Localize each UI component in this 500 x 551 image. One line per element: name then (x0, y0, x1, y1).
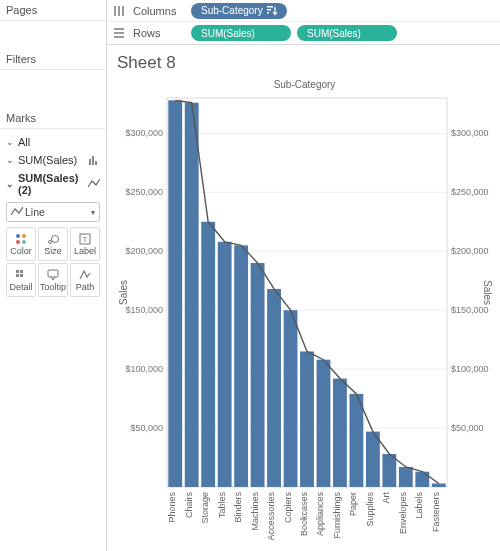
svg-rect-53 (317, 360, 331, 487)
color-icon (15, 233, 27, 245)
pages-shelf[interactable] (0, 21, 106, 49)
marks-card-path[interactable]: Path (70, 263, 100, 297)
svg-text:Sales: Sales (482, 280, 492, 305)
filters-shelf[interactable] (0, 70, 106, 108)
svg-text:$50,000: $50,000 (451, 423, 484, 433)
card-label: Path (76, 282, 95, 292)
path-icon (79, 269, 91, 281)
marks-row-label: SUM(Sales) (2) (18, 172, 84, 196)
svg-text:$300,000: $300,000 (125, 128, 163, 138)
svg-rect-1 (92, 156, 94, 165)
chart[interactable]: $50,000$50,000$100,000$100,000$150,000$1… (117, 92, 492, 547)
svg-rect-44 (168, 100, 182, 487)
svg-text:Supplies: Supplies (365, 492, 375, 527)
svg-rect-54 (333, 379, 347, 487)
chevron-down-icon: ⌄ (6, 137, 14, 147)
rows-pill-sum-sales-1[interactable]: SUM(Sales) (191, 25, 291, 41)
marks-panel-header: Marks (0, 108, 106, 129)
svg-text:Paper: Paper (348, 492, 358, 516)
card-label: Detail (9, 282, 32, 292)
marks-card-detail[interactable]: Detail (6, 263, 36, 297)
svg-text:$300,000: $300,000 (451, 128, 489, 138)
rows-pill-sum-sales-2[interactable]: SUM(Sales) (297, 25, 397, 41)
svg-rect-59 (415, 472, 429, 487)
svg-text:$250,000: $250,000 (451, 187, 489, 197)
svg-rect-13 (16, 274, 19, 277)
svg-rect-19 (267, 6, 273, 8)
svg-point-6 (22, 240, 26, 244)
sort-descending-icon (267, 6, 277, 16)
svg-rect-45 (185, 103, 199, 487)
columns-label: Columns (133, 5, 185, 17)
svg-text:Labels: Labels (414, 492, 424, 519)
svg-rect-46 (201, 222, 215, 487)
svg-rect-12 (20, 270, 23, 273)
detail-icon (15, 269, 27, 281)
rows-shelf[interactable]: Rows SUM(Sales) SUM(Sales) (107, 22, 500, 44)
mark-type-select[interactable]: Line ▾ (6, 202, 100, 222)
svg-text:$100,000: $100,000 (451, 364, 489, 374)
line-chart-icon (11, 207, 25, 217)
columns-icon (113, 5, 127, 17)
mark-type-label: Line (25, 206, 91, 218)
marks-row-label: SUM(Sales) (18, 154, 77, 166)
svg-text:$150,000: $150,000 (451, 305, 489, 315)
svg-rect-56 (366, 432, 380, 487)
svg-text:Chairs: Chairs (184, 492, 194, 519)
svg-text:Fasteners: Fasteners (431, 492, 441, 533)
svg-rect-21 (267, 12, 269, 14)
svg-point-8 (52, 235, 59, 242)
svg-text:Furnishings: Furnishings (332, 492, 342, 539)
bar-chart-icon (89, 155, 100, 165)
card-label: Label (74, 246, 96, 256)
svg-rect-20 (267, 9, 271, 11)
dropdown-caret-icon: ▾ (91, 208, 95, 217)
svg-rect-15 (48, 270, 58, 277)
card-label: Size (44, 246, 62, 256)
svg-rect-24 (114, 36, 124, 38)
svg-rect-23 (114, 32, 124, 34)
svg-point-4 (22, 234, 26, 238)
svg-text:Binders: Binders (233, 492, 243, 523)
svg-text:Accessories: Accessories (266, 492, 276, 541)
chart-header: Sub-Category (117, 79, 492, 92)
svg-rect-49 (251, 263, 265, 487)
size-icon (47, 233, 59, 245)
pill-label: Sub-Category (201, 5, 263, 16)
svg-text:$100,000: $100,000 (125, 364, 163, 374)
svg-rect-48 (234, 245, 248, 487)
marks-row-sum-sales-2[interactable]: ⌄ SUM(Sales) (2) (6, 169, 100, 199)
svg-rect-16 (114, 6, 116, 16)
marks-card-tooltip[interactable]: Tooltip (38, 263, 68, 297)
rows-label: Rows (133, 27, 185, 39)
svg-rect-22 (114, 28, 124, 30)
marks-row-all[interactable]: ⌄ All (6, 133, 100, 151)
chevron-down-icon: ⌄ (6, 179, 14, 189)
svg-rect-18 (122, 6, 124, 16)
svg-text:Storage: Storage (200, 492, 210, 524)
sheet-title: Sheet 8 (117, 51, 492, 79)
chevron-down-icon: ⌄ (6, 155, 14, 165)
svg-rect-51 (284, 310, 298, 487)
svg-point-7 (49, 240, 52, 243)
pill-label: SUM(Sales) (307, 28, 361, 39)
columns-shelf[interactable]: Columns Sub-Category (107, 0, 500, 22)
marks-row-sum-sales[interactable]: ⌄ SUM(Sales) (6, 151, 100, 169)
svg-text:$250,000: $250,000 (125, 187, 163, 197)
card-label: Color (10, 246, 32, 256)
pages-panel-header: Pages (0, 0, 106, 21)
marks-card-label[interactable]: T Label (70, 227, 100, 261)
columns-pill-subcategory[interactable]: Sub-Category (191, 3, 287, 19)
svg-rect-17 (118, 6, 120, 16)
marks-card-size[interactable]: Size (38, 227, 68, 261)
line-chart-icon (88, 179, 100, 189)
marks-card-color[interactable]: Color (6, 227, 36, 261)
svg-rect-58 (399, 467, 413, 487)
svg-text:Tables: Tables (217, 492, 227, 519)
svg-text:Bookcases: Bookcases (299, 492, 309, 537)
svg-text:Machines: Machines (250, 492, 260, 531)
svg-text:Sales: Sales (118, 280, 129, 305)
card-label: Tooltip (40, 282, 66, 292)
svg-text:Envelopes: Envelopes (398, 492, 408, 535)
svg-rect-14 (20, 274, 23, 277)
